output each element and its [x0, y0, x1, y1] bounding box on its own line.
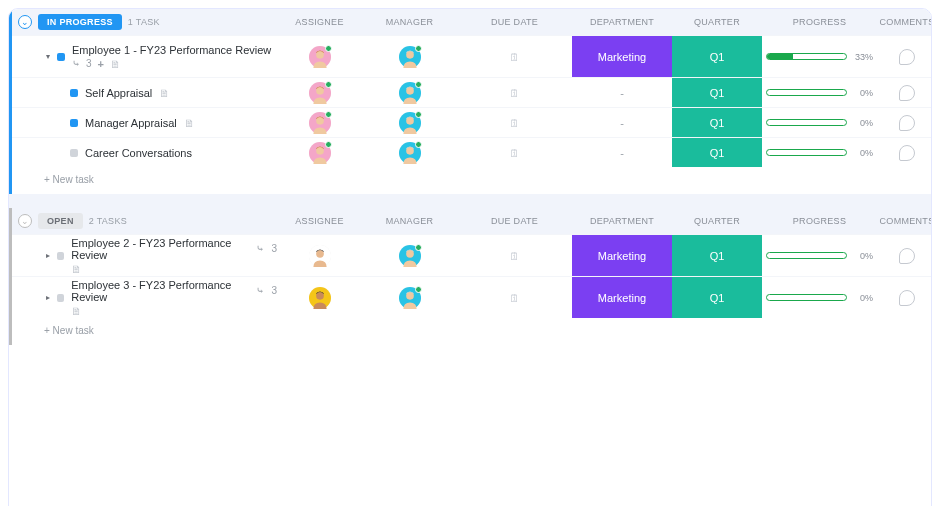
col-quarter: QUARTER	[672, 216, 762, 226]
due-cell[interactable]: 🗓	[457, 277, 572, 318]
collapse-toggle[interactable]: ⌄	[18, 15, 32, 29]
assignee-cell[interactable]	[277, 138, 362, 167]
assignee-cell[interactable]	[277, 108, 362, 137]
task-count: 2 TASKS	[89, 216, 127, 226]
col-progress: PROGRESS	[762, 17, 877, 27]
comment-icon	[899, 49, 915, 65]
new-task-button[interactable]: + New task	[12, 167, 931, 194]
due-cell[interactable]: 🗓	[457, 138, 572, 167]
col-dept: DEPARTMENT	[572, 17, 672, 27]
expand-caret[interactable]: ▸	[46, 251, 50, 260]
comments-cell[interactable]	[877, 138, 932, 167]
add-subtask-icon[interactable]: +	[98, 58, 104, 70]
due-cell[interactable]: 🗓	[457, 78, 572, 107]
svg-point-7	[406, 86, 414, 94]
dept-cell[interactable]: Marketing	[572, 36, 672, 77]
comment-icon	[899, 85, 915, 101]
task-title: Career Conversations	[85, 147, 192, 159]
quarter-cell[interactable]: Q1	[672, 235, 762, 276]
avatar	[399, 82, 421, 104]
assignee-cell[interactable]	[277, 277, 362, 318]
subtask-icon: ⤷	[256, 285, 264, 296]
comments-cell[interactable]	[877, 277, 932, 318]
progress-cell[interactable]: 0%	[762, 108, 877, 137]
manager-cell[interactable]	[362, 235, 457, 276]
task-row[interactable]: ▾ Employee 1 - FY23 Performance Review ⤷…	[12, 35, 931, 77]
assignee-cell[interactable]	[277, 235, 362, 276]
manager-cell[interactable]	[362, 78, 457, 107]
due-cell[interactable]: 🗓	[457, 108, 572, 137]
progress-cell[interactable]: 0%	[762, 235, 877, 276]
expand-caret[interactable]: ▾	[46, 52, 50, 61]
group-open: ⌄ OPEN 2 TASKS ASSIGNEE MANAGER DUE DATE…	[9, 208, 931, 345]
progress-cell[interactable]: 0%	[762, 138, 877, 167]
manager-cell[interactable]	[362, 108, 457, 137]
status-pill[interactable]: OPEN	[38, 213, 83, 229]
status-pill[interactable]: IN PROGRESS	[38, 14, 122, 30]
status-square[interactable]	[70, 149, 78, 157]
doc-icon[interactable]: 🗎	[110, 58, 121, 70]
status-square[interactable]	[70, 89, 78, 97]
new-task-button[interactable]: + New task	[12, 318, 931, 345]
dept-cell[interactable]: Marketing	[572, 277, 672, 318]
quarter-cell[interactable]: Q1	[672, 108, 762, 137]
progress-cell[interactable]: 33%	[762, 36, 877, 77]
task-title: Employee 2 - FY23 Performance Review	[71, 237, 249, 261]
task-row[interactable]: Self Appraisal 🗎 🗓 - Q1 0%	[12, 77, 931, 107]
dept-cell: -	[572, 108, 672, 137]
task-row[interactable]: Manager Appraisal 🗎 🗓 - Q1 0%	[12, 107, 931, 137]
quarter-cell[interactable]: Q1	[672, 78, 762, 107]
col-progress: PROGRESS	[762, 216, 877, 226]
quarter-cell[interactable]: Q1	[672, 138, 762, 167]
status-square[interactable]	[57, 53, 65, 61]
collapse-toggle[interactable]: ⌄	[18, 214, 32, 228]
calendar-icon: 🗓	[509, 147, 520, 159]
doc-icon[interactable]: 🗎	[159, 87, 170, 99]
group-header: ⌄ IN PROGRESS 1 TASK ASSIGNEE MANAGER DU…	[12, 9, 931, 35]
group-header: ⌄ OPEN 2 TASKS ASSIGNEE MANAGER DUE DATE…	[12, 208, 931, 234]
status-square[interactable]	[70, 119, 78, 127]
assignee-cell[interactable]	[277, 36, 362, 77]
col-comments: COMMENTS	[877, 216, 932, 226]
comment-icon	[899, 290, 915, 306]
comment-icon	[899, 115, 915, 131]
quarter-cell[interactable]: Q1	[672, 277, 762, 318]
manager-cell[interactable]	[362, 36, 457, 77]
svg-point-3	[406, 50, 414, 58]
dept-cell[interactable]: Marketing	[572, 235, 672, 276]
avatar	[399, 46, 421, 68]
empty-area	[9, 345, 931, 506]
doc-icon[interactable]: 🗎	[71, 263, 277, 275]
svg-point-1	[316, 50, 324, 58]
col-assignee: ASSIGNEE	[277, 216, 362, 226]
task-row[interactable]: ▸ Employee 2 - FY23 Performance Review ⤷…	[12, 234, 931, 276]
col-quarter: QUARTER	[672, 17, 762, 27]
assignee-cell[interactable]	[277, 78, 362, 107]
comments-cell[interactable]	[877, 78, 932, 107]
doc-icon[interactable]: 🗎	[71, 305, 277, 317]
task-row[interactable]: Career Conversations 🗓 - Q1 0%	[12, 137, 931, 167]
comments-cell[interactable]	[877, 235, 932, 276]
task-row[interactable]: ▸ Employee 3 - FY23 Performance Review ⤷…	[12, 276, 931, 318]
dept-cell: -	[572, 78, 672, 107]
task-title: Employee 1 - FY23 Performance Review	[72, 44, 271, 56]
col-due: DUE DATE	[457, 17, 572, 27]
manager-cell[interactable]	[362, 138, 457, 167]
task-title: Manager Appraisal	[85, 117, 177, 129]
due-cell[interactable]: 🗓	[457, 235, 572, 276]
doc-icon[interactable]: 🗎	[184, 117, 195, 129]
subtask-count: 3	[86, 58, 92, 69]
expand-caret[interactable]: ▸	[46, 293, 50, 302]
progress-cell[interactable]: 0%	[762, 78, 877, 107]
status-square[interactable]	[57, 252, 64, 260]
progress-cell[interactable]: 0%	[762, 277, 877, 318]
due-cell[interactable]: 🗓	[457, 36, 572, 77]
status-square[interactable]	[57, 294, 64, 302]
svg-point-9	[316, 116, 324, 124]
quarter-cell[interactable]: Q1	[672, 36, 762, 77]
comments-cell[interactable]	[877, 108, 932, 137]
manager-cell[interactable]	[362, 277, 457, 318]
comment-icon	[899, 145, 915, 161]
comments-cell[interactable]	[877, 36, 932, 77]
svg-point-19	[406, 249, 414, 257]
